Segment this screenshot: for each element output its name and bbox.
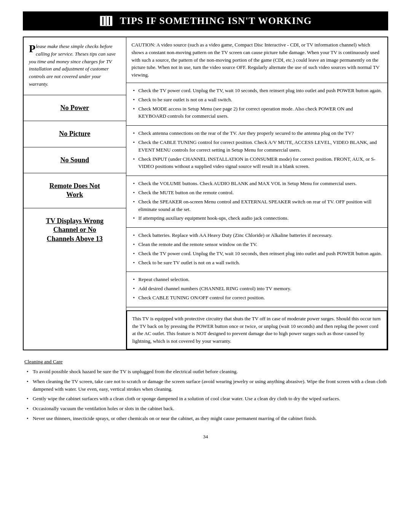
remote-section: Check batteries. Replace with AA Heavy D…	[126, 228, 388, 272]
page-header: TIPS IF SOMETHING ISN'T WORKING	[23, 11, 388, 30]
section-label-no-picture: No Picture	[24, 121, 126, 147]
list-item: Check the CABLE TUNING control for corre…	[132, 139, 382, 154]
power-surge-section: This TV is equipped with protective circ…	[126, 310, 388, 350]
no-power-bullets: Check the TV power cord. Unplug the TV, …	[132, 87, 382, 120]
left-column: Please make these simple checks before c…	[23, 37, 126, 350]
book-icon	[99, 15, 114, 27]
svg-rect-2	[102, 17, 104, 25]
no-picture-bullets: Check antenna connections on the rear of…	[132, 129, 382, 170]
list-item: Occasionally vacuum the ventilation hole…	[24, 405, 387, 412]
remote-bullets: Check batteries. Replace with AA Heavy D…	[132, 232, 382, 266]
no-sound-bullets: Check the VOLUME buttons. Check AUDIO BL…	[132, 180, 382, 222]
cleaning-list: To avoid possible shock hazard be sure t…	[24, 368, 387, 422]
no-picture-section: Check antenna connections on the rear of…	[126, 126, 388, 176]
no-power-section: Check the TV power cord. Unplug the TV, …	[126, 83, 388, 126]
list-item: Check to be sure TV outlet is not on a w…	[132, 259, 382, 267]
list-item: Check MODE access in Setup Menu (see pag…	[132, 105, 382, 120]
list-item: To avoid possible shock hazard be sure t…	[24, 368, 387, 375]
power-surge-text: This TV is equipped with protective circ…	[132, 316, 381, 344]
list-item: Never use thinners, insecticide sprays, …	[24, 415, 387, 422]
list-item: Repeat channel selection.	[132, 276, 382, 283]
page-number: 34	[23, 434, 388, 440]
list-item: Check the VOLUME buttons. Check AUDIO BL…	[132, 180, 382, 187]
list-item: Clean the remote and the remote sensor w…	[132, 241, 382, 248]
list-item: When cleaning the TV screen, take care n…	[24, 378, 387, 393]
list-item: Add desired channel numbers (CHANNEL RIN…	[132, 285, 382, 292]
intro-paragraph: Please make these simple checks before c…	[24, 37, 126, 95]
main-content-table: Please make these simple checks before c…	[23, 37, 388, 350]
list-item: Check CABLE TUNING ON/OFF control for co…	[132, 294, 382, 302]
channels-section: Repeat channel selection. Add desired ch…	[126, 272, 388, 307]
list-item: If attempting auxiliary equipment hook-u…	[132, 214, 382, 222]
list-item: Check INPUT (under CHANNEL INSTALLATION …	[132, 155, 382, 171]
page-wrapper: TIPS IF SOMETHING ISN'T WORKING Please m…	[0, 0, 411, 532]
list-item: Check the TV power cord. Unplug the TV, …	[132, 87, 382, 94]
list-item: Check the SPEAKER on-screen Menu control…	[132, 198, 382, 213]
list-item: Check batteries. Replace with AA Heavy D…	[132, 232, 382, 239]
caution-section: CAUTION: A video source (such as a video…	[126, 37, 388, 83]
page-title: TIPS IF SOMETHING ISN'T WORKING	[120, 15, 312, 27]
drop-cap-p: P	[29, 43, 35, 54]
channels-bullets: Repeat channel selection. Add desired ch…	[132, 276, 382, 301]
list-item: Check to be sure outlet is not on a wall…	[132, 96, 382, 104]
no-sound-section: Check the VOLUME buttons. Check AUDIO BL…	[126, 176, 388, 228]
section-label-remote: Remote Does Not Work	[24, 173, 126, 208]
section-label-channels: TV Displays Wrong Channel or No Channels…	[24, 208, 126, 252]
cleaning-title: Cleaning and Care	[24, 359, 387, 365]
section-label-no-sound: No Sound	[24, 147, 126, 173]
section-label-no-power: No Power	[24, 95, 126, 121]
caution-text: CAUTION: A video source (such as a video…	[132, 42, 380, 78]
svg-rect-3	[109, 17, 110, 25]
list-item: Check antenna connections on the rear of…	[132, 129, 382, 137]
list-item: Check the TV power cord. Unplug the TV, …	[132, 250, 382, 257]
intro-text: lease make these simple checks before ca…	[29, 43, 116, 87]
right-column: CAUTION: A video source (such as a video…	[126, 37, 388, 350]
list-item: Check the MUTE button on the remote cont…	[132, 189, 382, 197]
list-item: Gently wipe the cabinet surfaces with a …	[24, 395, 387, 403]
cleaning-section: Cleaning and Care To avoid possible shoc…	[23, 359, 388, 422]
